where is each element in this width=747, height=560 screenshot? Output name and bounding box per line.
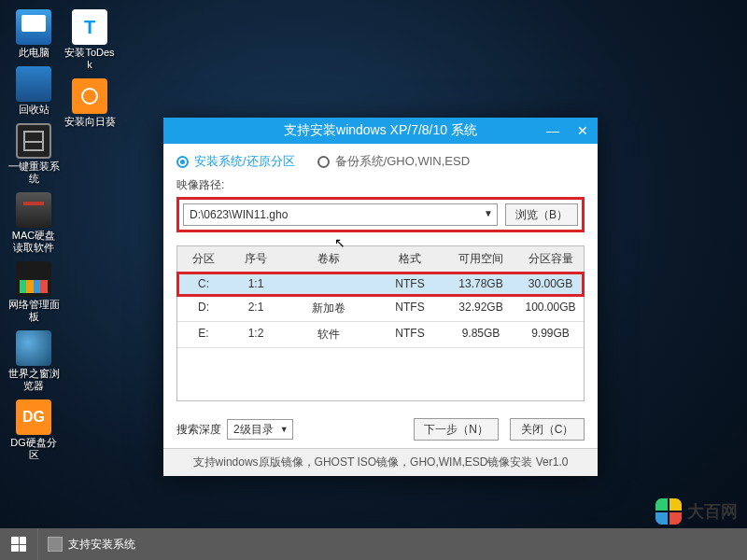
- radio-backup[interactable]: 备份系统/GHO,WIN,ESD: [317, 153, 470, 170]
- desktop: 此电脑 回收站 一键重装系统 MAC硬盘读取软件 网络管理面板 世界之窗浏览器 …: [7, 7, 120, 467]
- image-path-value: D:\0623\WIN11.gho: [190, 208, 288, 221]
- taskbar: 支持安装系统: [0, 528, 747, 560]
- table-row[interactable]: C:1:1NTFS13.78GB30.00GB: [177, 273, 584, 296]
- radio-install-restore[interactable]: 安装系统/还原分区: [176, 153, 295, 170]
- watermark-text: 大百网: [687, 500, 738, 523]
- desktop-icon-net-panel[interactable]: 网络管理面板: [7, 261, 60, 323]
- search-depth-select[interactable]: 2级目录: [227, 419, 293, 440]
- desktop-icon-recycle-bin[interactable]: 回收站: [7, 66, 60, 116]
- desktop-icon-install-sunflower[interactable]: 安装向日葵: [63, 78, 116, 128]
- desktop-icon-mac-disk[interactable]: MAC硬盘读取软件: [7, 192, 60, 254]
- chevron-down-icon: ▼: [484, 208, 493, 218]
- window-title: 支持安装windows XP/7/8/10 系统: [284, 122, 477, 139]
- titlebar[interactable]: 支持安装windows XP/7/8/10 系统 — ✕: [163, 118, 598, 144]
- table-row[interactable]: E:1:2软件NTFS9.85GB9.99GB: [177, 322, 584, 348]
- disk-icon: [16, 192, 51, 228]
- window-footer: 支持windows原版镜像，GHOST ISO镜像，GHO,WIM,ESD镜像安…: [163, 448, 598, 476]
- installer-window: 支持安装windows XP/7/8/10 系统 — ✕ 安装系统/还原分区 备…: [163, 118, 598, 476]
- table-header: 分区 序号 卷标 格式 可用空间 分区容量: [177, 246, 584, 273]
- table-row[interactable]: D:2:1新加卷NTFS32.92GB100.00GB: [177, 296, 584, 322]
- close-x-button[interactable]: ✕: [568, 118, 598, 144]
- watermark-logo-icon: [655, 498, 682, 525]
- recycle-icon: [16, 66, 51, 102]
- browse-button[interactable]: 浏览（B）: [505, 203, 578, 226]
- close-button[interactable]: 关闭（C）: [510, 418, 585, 441]
- desktop-icon-install-todesk[interactable]: T安装ToDesk: [63, 9, 116, 71]
- box-icon: [16, 123, 51, 159]
- app-icon: [48, 537, 63, 552]
- search-depth-label: 搜索深度: [176, 422, 221, 438]
- path-row-highlight: D:\0623\WIN11.gho ▼ 浏览（B）: [176, 197, 585, 232]
- partition-table: 分区 序号 卷标 格式 可用空间 分区容量 C:1:1NTFS13.78GB30…: [176, 245, 585, 401]
- desktop-icon-dg-partition[interactable]: DGDG硬盘分区: [7, 399, 60, 461]
- network-icon: [16, 261, 51, 297]
- radio-off-icon: [317, 156, 330, 168]
- table-empty-area: [177, 348, 584, 400]
- watermark: 大百网: [655, 498, 738, 525]
- desktop-icon-onekey-reinstall[interactable]: 一键重装系统: [7, 123, 60, 185]
- sunflower-icon: [72, 78, 107, 114]
- desktop-icon-world-browser[interactable]: 世界之窗浏览器: [7, 330, 60, 392]
- dg-icon: DG: [16, 399, 51, 435]
- start-button[interactable]: [0, 528, 37, 560]
- todesk-icon: T: [72, 9, 107, 45]
- globe-icon: [16, 330, 51, 366]
- radio-on-icon: [176, 156, 189, 168]
- desktop-icon-this-pc[interactable]: 此电脑: [7, 9, 60, 59]
- monitor-icon: [16, 9, 51, 45]
- image-path-label: 映像路径:: [176, 177, 585, 193]
- windows-logo-icon: [11, 537, 26, 552]
- next-button[interactable]: 下一步（N）: [414, 418, 499, 441]
- image-path-dropdown[interactable]: D:\0623\WIN11.gho ▼: [183, 203, 498, 226]
- minimize-button[interactable]: —: [538, 118, 568, 144]
- taskbar-app-installer[interactable]: 支持安装系统: [37, 528, 145, 560]
